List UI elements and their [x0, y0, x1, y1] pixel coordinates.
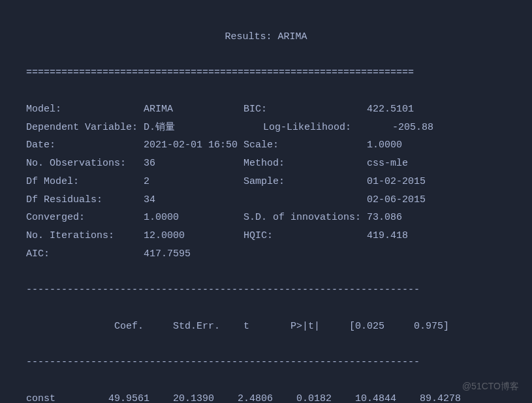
coef-header: Coef. Std.Err. t P>|t| [0.025 0.975] [26, 318, 506, 336]
divider-top: ========================================… [26, 64, 506, 82]
divider-sep2: ----------------------------------------… [26, 353, 506, 372]
divider-sep1: ----------------------------------------… [26, 281, 506, 299]
results-title: Results: ARIMA [26, 28, 506, 46]
summary-block: Model: ARIMA BIC: 422.5101 Dependent Var… [26, 100, 506, 263]
watermark: @51CTO博客 [462, 378, 519, 395]
arima-results: Results: ARIMA =========================… [0, 0, 532, 403]
coef-rows: const 49.9561 20.1390 2.4806 0.0182 10.4… [26, 390, 506, 403]
